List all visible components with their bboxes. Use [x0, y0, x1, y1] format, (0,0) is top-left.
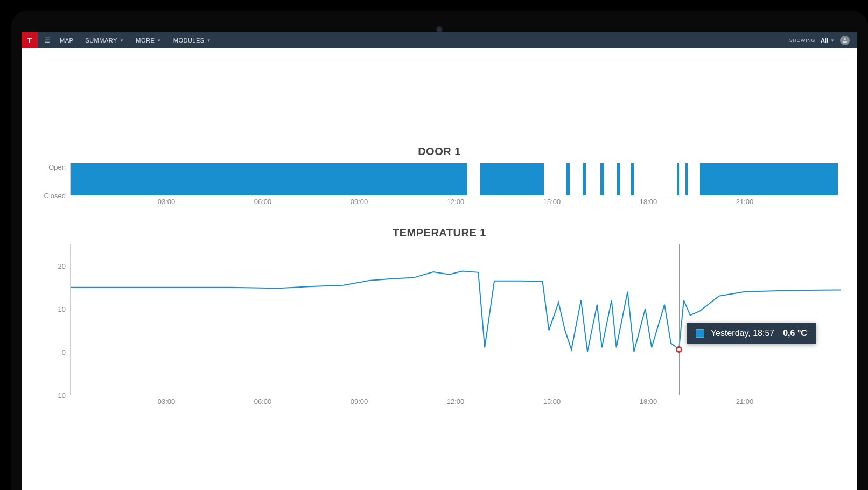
door-open-segment — [480, 163, 544, 195]
nav-more-label: MORE — [136, 37, 155, 44]
showing-label: SHOWING — [789, 38, 815, 43]
y-tick: 20 — [58, 262, 66, 270]
x-tick: 06:00 — [254, 198, 272, 206]
door-open-segment — [631, 163, 634, 195]
temp-chart-title: TEMPERATURE 1 — [38, 227, 841, 239]
temp-plot[interactable]: Yesterday, 18:570,6 °C — [70, 244, 841, 395]
x-tick: 18:00 — [640, 198, 657, 206]
x-tick: 06:00 — [254, 397, 272, 405]
door-y-closed: Closed — [38, 192, 66, 200]
x-tick: 21:00 — [736, 397, 754, 405]
x-tick: 03:00 — [158, 198, 176, 206]
temp-y-axis: 20100-10 — [38, 244, 70, 395]
x-tick: 12:00 — [447, 198, 465, 206]
user-icon — [842, 37, 848, 44]
x-tick: 12:00 — [447, 397, 465, 405]
x-tick: 15:00 — [543, 198, 561, 206]
content-area: DOOR 1 Open Closed 03:0006:0009:0012:001… — [22, 48, 857, 448]
filter-dropdown[interactable]: All ▼ — [821, 37, 835, 44]
x-tick: 09:00 — [351, 198, 368, 206]
x-tick: 15:00 — [543, 397, 561, 405]
crosshair-line — [679, 244, 680, 395]
y-tick: -10 — [55, 391, 66, 400]
user-avatar[interactable] — [840, 36, 850, 45]
temp-line-svg — [71, 244, 841, 395]
chart-tooltip: Yesterday, 18:570,6 °C — [687, 323, 816, 344]
x-tick: 18:00 — [640, 397, 657, 405]
hamburger-icon[interactable]: ☰ — [38, 37, 57, 44]
nav-map-label: MAP — [60, 37, 73, 44]
door-chart-block: DOOR 1 Open Closed 03:0006:0009:0012:001… — [38, 145, 841, 211]
door-open-segment — [700, 163, 838, 195]
door-chart-title: DOOR 1 — [38, 145, 841, 158]
door-open-segment — [617, 163, 620, 195]
nav-summary[interactable]: SUMMARY ▼ — [85, 37, 124, 44]
series-color-swatch-icon — [696, 329, 704, 338]
x-tick: 21:00 — [736, 198, 754, 206]
x-tick: 03:00 — [158, 397, 176, 405]
nav-more[interactable]: MORE ▼ — [136, 37, 161, 44]
caret-down-icon: ▼ — [120, 38, 124, 43]
filter-value: All — [821, 37, 828, 44]
door-x-axis: 03:0006:0009:0012:0015:0018:0021:00 — [70, 198, 841, 211]
y-tick: 10 — [58, 305, 66, 313]
door-chart-wrap: Open Closed 03:0006:0009:0012:0015:0018:… — [38, 163, 841, 211]
temp-x-axis: 03:0006:0009:0012:0015:0018:0021:00 — [70, 397, 841, 410]
door-y-axis: Open Closed — [38, 163, 70, 200]
nav-modules-label: MODULES — [173, 37, 205, 44]
x-tick: 09:00 — [351, 397, 368, 405]
caret-down-icon: ▼ — [830, 38, 835, 43]
logo-letter: T — [27, 36, 32, 45]
temp-chart-block: TEMPERATURE 1 20100-10 Yesterday, 18:570… — [38, 227, 841, 410]
door-y-open: Open — [38, 163, 66, 171]
tooltip-time: Yesterday, 18:57 — [711, 328, 774, 338]
door-open-segment — [566, 163, 570, 195]
caret-down-icon: ▼ — [157, 38, 161, 43]
door-open-segment — [685, 163, 688, 195]
door-track — [70, 163, 841, 195]
door-open-segment — [677, 163, 679, 195]
nav-summary-label: SUMMARY — [85, 37, 117, 44]
tooltip-value: 0,6 °C — [783, 328, 807, 338]
laptop-frame: T ☰ MAP SUMMARY ▼ MORE ▼ MODULES ▼ — [11, 11, 868, 490]
nav-modules[interactable]: MODULES ▼ — [173, 37, 211, 44]
door-open-segment — [600, 163, 604, 195]
door-plot[interactable]: 03:0006:0009:0012:0015:0018:0021:00 — [70, 163, 841, 211]
temp-xaxis-wrap: 03:0006:0009:0012:0015:0018:0021:00 — [38, 395, 841, 410]
highlight-marker-icon — [676, 346, 682, 353]
y-tick: 0 — [62, 348, 66, 356]
topbar-right: SHOWING All ▼ — [789, 36, 857, 45]
temp-chart-wrap: 20100-10 Yesterday, 18:570,6 °C — [38, 244, 841, 395]
temp-xaxis-holder: 03:0006:0009:0012:0015:0018:0021:00 — [70, 395, 841, 410]
app-screen: T ☰ MAP SUMMARY ▼ MORE ▼ MODULES ▼ — [22, 32, 857, 490]
nav-map[interactable]: MAP — [60, 37, 73, 44]
door-open-segment — [583, 163, 586, 195]
main-nav: MAP SUMMARY ▼ MORE ▼ MODULES ▼ — [60, 37, 211, 44]
door-open-segment — [71, 163, 467, 195]
topbar: T ☰ MAP SUMMARY ▼ MORE ▼ MODULES ▼ — [22, 32, 857, 48]
caret-down-icon: ▼ — [207, 38, 211, 43]
app-logo[interactable]: T — [22, 32, 38, 48]
